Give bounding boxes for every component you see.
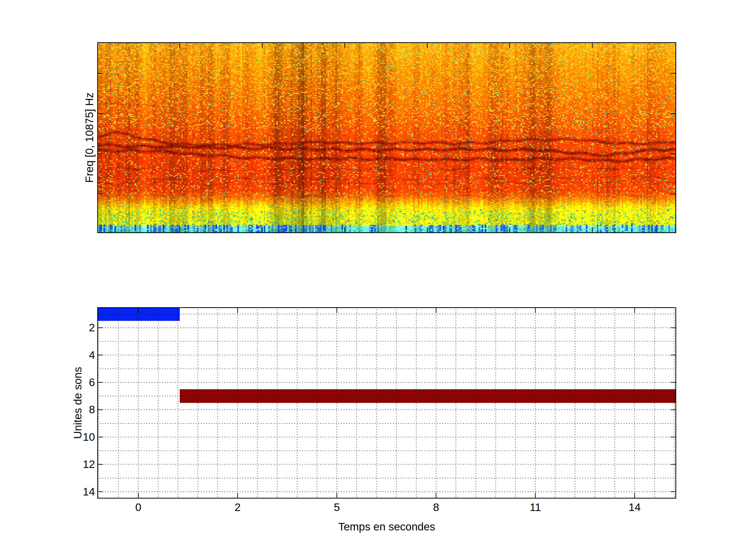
y-tick-label-14: 14 [64, 485, 95, 499]
bar-unit-7 [180, 389, 676, 403]
spectrogram-ylabel: Freq [0, 10875] Hz [83, 92, 96, 183]
timeline-xlabel: Temps en secondes [309, 521, 465, 533]
x-tick-label-14: 14 [614, 501, 655, 514]
y-tick-label-2: 2 [64, 321, 95, 335]
y-tick-label-10: 10 [64, 430, 95, 444]
x-tick-label-0: 0 [118, 501, 159, 514]
spectrogram-image [97, 42, 676, 233]
timeline-plot [97, 307, 676, 499]
y-tick-label-6: 6 [64, 376, 95, 389]
y-tick-label-4: 4 [64, 348, 95, 362]
x-tick-label-2: 2 [217, 501, 258, 514]
x-tick-label-5: 5 [316, 501, 358, 514]
y-tick-label-8: 8 [64, 403, 95, 416]
x-tick-label-11: 11 [515, 501, 556, 514]
y-tick-label-12: 12 [64, 458, 95, 471]
x-tick-label-8: 8 [415, 501, 457, 514]
matlab-figure: Freq [0, 10875] Hz Unites de sons 025811… [0, 0, 747, 560]
